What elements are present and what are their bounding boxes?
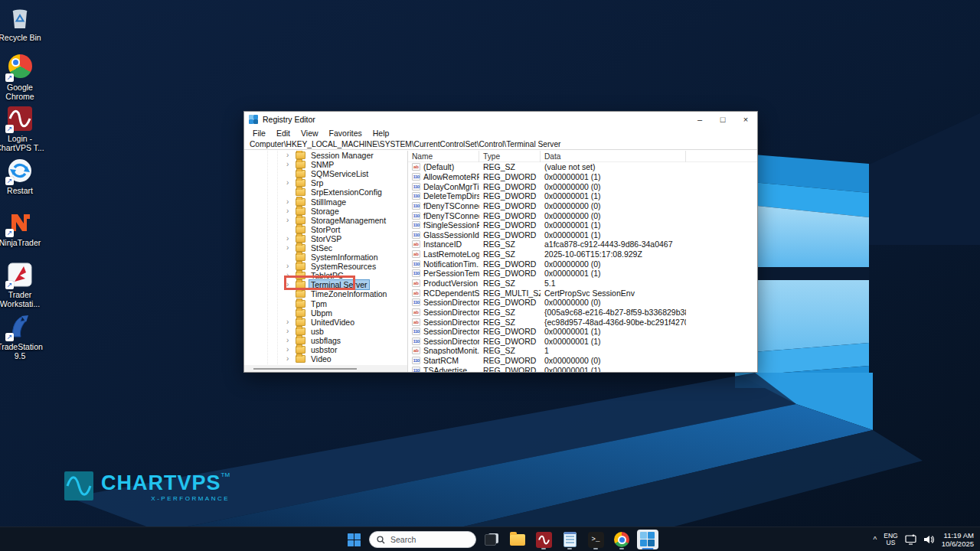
menu-item[interactable]: Help bbox=[368, 129, 395, 138]
tree-item[interactable]: TabletPC bbox=[244, 271, 407, 280]
column-header-data[interactable]: Data bbox=[541, 151, 686, 162]
expand-chevron-icon[interactable] bbox=[286, 217, 296, 224]
desktop-icon-google-chrome[interactable]: ↗ Google Chrome bbox=[0, 54, 49, 101]
expand-chevron-icon[interactable] bbox=[286, 161, 296, 168]
scrollbar-thumb[interactable] bbox=[253, 368, 357, 370]
menu-item[interactable]: File bbox=[247, 129, 271, 138]
window-titlebar[interactable]: Registry Editor – □ × bbox=[244, 112, 757, 127]
menu-item[interactable]: Edit bbox=[271, 129, 296, 138]
column-header-name[interactable]: Name bbox=[408, 151, 479, 162]
registry-value-row[interactable]: PerSessionTemp... REG_DWORD 0x00000001 (… bbox=[408, 269, 757, 279]
tree-item[interactable]: usb bbox=[244, 327, 407, 336]
chrome-button[interactable] bbox=[611, 530, 632, 549]
tree-item[interactable]: Storage bbox=[244, 207, 407, 216]
minimize-button[interactable]: – bbox=[688, 112, 711, 127]
tree-item[interactable]: Tpm bbox=[244, 299, 407, 308]
registry-value-row[interactable]: SessionDirectory... REG_SZ {005a9c68-e21… bbox=[408, 308, 757, 318]
expand-chevron-icon[interactable] bbox=[286, 355, 296, 363]
expand-chevron-icon[interactable] bbox=[286, 198, 296, 206]
tree-item[interactable]: Video bbox=[244, 354, 407, 364]
tree-item[interactable]: Srp bbox=[244, 178, 407, 187]
desktop-icon-login-chartvps[interactable]: ↗ Login - ChartVPS T... bbox=[0, 106, 49, 152]
expand-chevron-icon[interactable] bbox=[286, 207, 296, 215]
tree-item[interactable]: UnitedVideo bbox=[244, 318, 407, 327]
registry-value-row[interactable]: AllowRemoteRPC REG_DWORD 0x00000001 (1) bbox=[408, 172, 757, 182]
registry-value-row[interactable]: (Default) REG_SZ (value not set) bbox=[408, 162, 757, 172]
desktop-icon-restart[interactable]: ↗ Restart bbox=[0, 158, 49, 195]
expand-chevron-icon[interactable] bbox=[286, 346, 296, 354]
desktop-icon-recycle-bin[interactable]: Recycle Bin bbox=[0, 5, 49, 42]
registry-value-row[interactable]: fDenyTSConnec... REG_DWORD 0x00000000 (0… bbox=[408, 210, 757, 220]
tree-item[interactable]: Session Manager bbox=[244, 151, 407, 160]
registry-value-row[interactable]: SessionDirectory... REG_DWORD 0x00000001… bbox=[408, 337, 757, 347]
tree-item[interactable]: usbflags bbox=[244, 336, 407, 345]
expand-chevron-icon[interactable] bbox=[286, 281, 296, 289]
maximize-button[interactable]: □ bbox=[711, 112, 734, 127]
menu-item[interactable]: View bbox=[296, 129, 324, 138]
registry-value-row[interactable]: ProductVersion REG_SZ 5.1 bbox=[408, 279, 757, 289]
volume-icon[interactable] bbox=[923, 534, 935, 545]
language-indicator[interactable]: ENG US bbox=[884, 533, 897, 546]
registry-values-pane[interactable]: Name Type Data (Default) REG_SZ (value n… bbox=[408, 151, 757, 372]
registry-value-row[interactable]: LastRemoteLog... REG_SZ 2025-10-06T15:17… bbox=[408, 249, 757, 259]
registry-value-row[interactable]: DelayConMgrTi... REG_DWORD 0x00000000 (0… bbox=[408, 181, 757, 191]
search-box[interactable]: Search bbox=[369, 531, 476, 548]
value-type-icon bbox=[412, 221, 420, 229]
registry-tree-pane[interactable]: Session Manager SNMP SQMServiceList bbox=[244, 151, 407, 372]
registry-value-row[interactable]: GlassSessionId REG_DWORD 0x00000001 (1) bbox=[408, 230, 757, 240]
expand-chevron-icon[interactable] bbox=[286, 318, 296, 326]
tree-item[interactable]: usbstor bbox=[244, 345, 407, 354]
tree-item[interactable]: StorPort bbox=[244, 225, 407, 234]
tree-item[interactable]: SystemResources bbox=[244, 262, 407, 271]
tree-item[interactable]: SystemInformation bbox=[244, 253, 407, 262]
expand-chevron-icon[interactable] bbox=[286, 337, 296, 344]
network-display-icon[interactable] bbox=[905, 534, 916, 545]
registry-value-row[interactable]: NotificationTim... REG_DWORD 0x00000000 … bbox=[408, 259, 757, 269]
expand-chevron-icon[interactable] bbox=[286, 235, 296, 243]
registry-value-row[interactable]: InstanceID REG_SZ a1fca878-c912-4443-9d8… bbox=[408, 240, 757, 249]
registry-value-row[interactable]: RCDependentSe... REG_MULTI_SZ CertPropSv… bbox=[408, 288, 757, 298]
registry-value-row[interactable]: fDenyTSConnec... REG_DWORD 0x00000000 (0… bbox=[408, 201, 757, 211]
tree-item[interactable]: SNMP bbox=[244, 160, 407, 169]
registry-value-row[interactable]: DeleteTempDirs... REG_DWORD 0x00000001 (… bbox=[408, 191, 757, 201]
address-bar[interactable]: Computer\HKEY_LOCAL_MACHINE\SYSTEM\Curre… bbox=[244, 139, 757, 150]
expand-chevron-icon[interactable] bbox=[286, 272, 296, 279]
expand-chevron-icon[interactable] bbox=[286, 328, 296, 335]
tree-item[interactable]: StillImage bbox=[244, 197, 407, 206]
desktop-icon-trader-workstation[interactable]: ↗ Trader Workstati... bbox=[0, 262, 49, 308]
start-button[interactable] bbox=[343, 530, 364, 549]
tree-item[interactable]: StorVSP bbox=[244, 234, 407, 243]
desktop-icon-tradestation[interactable]: ↗ TradeStation 9.5 bbox=[0, 314, 49, 360]
expand-chevron-icon[interactable] bbox=[286, 152, 296, 159]
column-header-type[interactable]: Type bbox=[479, 151, 541, 162]
close-button[interactable]: × bbox=[734, 112, 757, 127]
task-view-button[interactable] bbox=[481, 530, 502, 549]
tree-item[interactable]: SrpExtensionConfig bbox=[244, 187, 407, 197]
notepad-button[interactable] bbox=[559, 530, 580, 549]
registry-editor-taskbar-button[interactable] bbox=[637, 530, 658, 549]
taskbar-clock[interactable]: 11:19 AM 10/6/2025 bbox=[942, 531, 974, 548]
tree-item[interactable]: Terminal Server bbox=[244, 280, 407, 289]
terminal-button[interactable]: >_ bbox=[585, 530, 606, 549]
registry-value-row[interactable]: SessionDirectory... REG_DWORD 0x00000001… bbox=[408, 327, 757, 337]
tree-item[interactable]: TimeZoneInformation bbox=[244, 289, 407, 298]
expand-chevron-icon[interactable] bbox=[286, 262, 296, 270]
tree-horizontal-scrollbar[interactable] bbox=[244, 365, 407, 372]
registry-value-row[interactable]: fSingleSessionP... REG_DWORD 0x00000001 … bbox=[408, 220, 757, 230]
tree-item[interactable]: SQMServiceList bbox=[244, 169, 407, 178]
registry-value-row[interactable]: StartRCM REG_DWORD 0x00000000 (0) bbox=[408, 356, 757, 366]
registry-value-row[interactable]: TSAdvertise REG_DWORD 0x00000001 (1) bbox=[408, 365, 757, 372]
tree-item[interactable]: StSec bbox=[244, 243, 407, 253]
expand-chevron-icon[interactable] bbox=[286, 179, 296, 187]
tree-item[interactable]: StorageManagement bbox=[244, 216, 407, 225]
registry-value-row[interactable]: SnapshotMonit... REG_SZ 1 bbox=[408, 346, 757, 356]
tree-item[interactable]: Ubpm bbox=[244, 308, 407, 318]
chartvps-app-button[interactable] bbox=[533, 530, 554, 549]
registry-value-row[interactable]: SessionDirectory... REG_SZ {ec98d957-48a… bbox=[408, 317, 757, 327]
desktop-icon-ninjatrader[interactable]: ↗ NinjaTrader bbox=[0, 210, 49, 247]
expand-chevron-icon[interactable] bbox=[286, 244, 296, 252]
file-explorer-button[interactable] bbox=[507, 530, 528, 549]
hidden-icons-chevron[interactable]: ^ bbox=[874, 536, 877, 544]
registry-value-row[interactable]: SessionDirectory... REG_DWORD 0x00000000… bbox=[408, 298, 757, 308]
menu-item[interactable]: Favorites bbox=[324, 129, 368, 138]
